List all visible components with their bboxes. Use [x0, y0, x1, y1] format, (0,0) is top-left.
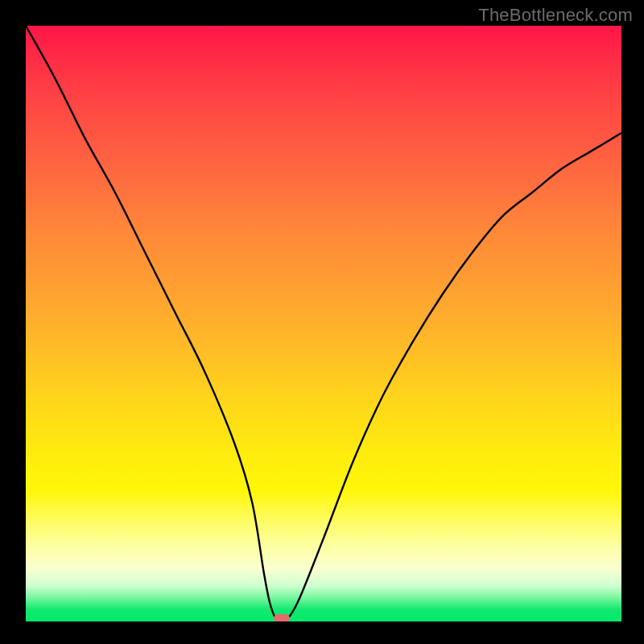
optimal-marker — [274, 614, 290, 621]
curve-layer — [26, 26, 621, 621]
watermark-text: TheBottleneck.com — [478, 5, 633, 26]
plot-area — [26, 26, 621, 621]
chart-frame: TheBottleneck.com — [0, 0, 644, 644]
bottleneck-curve — [26, 26, 621, 620]
